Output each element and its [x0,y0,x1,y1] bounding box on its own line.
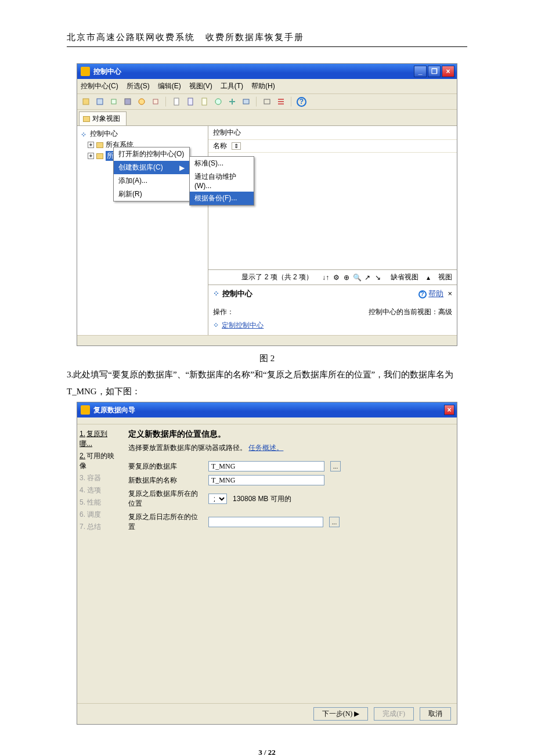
maximize-button[interactable]: ❐ [428,66,441,77]
sub-standard[interactable]: 标准(S)... [190,157,254,170]
tb-icon-11[interactable] [227,96,237,107]
doc-title-2: 收费所数据库恢复手册 [205,33,304,42]
view-label[interactable]: 视图 [438,272,452,282]
column-header-row[interactable]: 名称 ⇕ [208,140,457,153]
ctx-refresh[interactable]: 刷新(R) [114,188,189,201]
input-newname[interactable] [208,475,324,485]
menu-selected[interactable]: 所选(S) [127,81,150,91]
step-1[interactable]: 1.复原到哪... [80,428,119,450]
mini-btn-3[interactable]: ⊕ [342,273,351,282]
default-view-label[interactable]: 缺省视图 [391,272,418,282]
tb-icon-10[interactable] [213,96,223,107]
sub-auto-maintain[interactable]: 通过自动维护(W)... [190,170,254,192]
current-view-label: 控制中心的当前视图：高级 [369,307,452,330]
tab-object-view[interactable]: 对象视图 [79,111,127,125]
select-drive[interactable]: Z [208,494,227,504]
info-bar: 控制中心 ? 帮助 × [208,285,457,303]
status-row: 显示了 2 项（共 2 项） ↓↑ ⚙ ⊕ 🔍 ↗ ↘ 缺省视图 ▴ 视图 [208,269,457,285]
folder-icon [96,142,103,148]
minimize-button[interactable]: _ [414,66,427,77]
titlebar-1[interactable]: 控制中心 _ ❐ × [77,64,457,79]
sort-indicator-icon[interactable]: ⇕ [232,142,241,150]
expand-icon[interactable]: + [88,142,94,148]
mini-btn-2[interactable]: ⚙ [331,273,341,282]
customize-link[interactable]: 定制控制中心 [222,321,264,329]
step-4: 4. 选项 [80,484,119,496]
menu-view[interactable]: 视图(V) [189,81,212,91]
input-logloc[interactable] [208,517,323,527]
tb-icon-8[interactable] [185,96,196,107]
tb-icon-1[interactable] [81,96,91,107]
svg-point-9 [215,99,221,105]
tb-icon-12[interactable] [241,96,251,107]
svg-rect-5 [153,99,158,104]
help-icon[interactable]: ? [297,97,306,107]
menu-help[interactable]: 帮助(H) [251,81,275,91]
browse-log-button[interactable]: ... [329,517,340,527]
ctx-add[interactable]: 添加(A)... [114,174,189,188]
tb-icon-7[interactable] [171,96,182,107]
doc-title-1: 北京市高速公路联网收费系统 [67,33,195,42]
wizard-subtext: 选择要放置新数据库的驱动器或路径。 任务概述。 [128,443,450,453]
mini-btn-1[interactable]: ↓↑ [321,273,330,282]
tb-icon-9[interactable] [199,96,210,107]
folder-icon [96,153,103,159]
wizard-title: 复原数据向导 [93,405,444,415]
svg-rect-6 [174,98,179,105]
info-icon [213,289,220,296]
up-arrow-icon[interactable]: ▴ [427,273,430,282]
tb-icon-3[interactable] [109,96,119,107]
tb-icon-5[interactable] [136,96,147,107]
browse-db-button[interactable]: ... [330,461,341,471]
tb-icon-6[interactable] [150,96,161,107]
step-2[interactable]: 2.可用的映像 [80,450,119,472]
finish-button: 完成(F) [374,707,414,721]
tree-pane[interactable]: 控制中心 + 所有系统 + 所有 打开新的控制中心(O) 创建数据库(C)▶ 添… [77,126,208,335]
mini-btn-6[interactable]: ↘ [373,273,383,282]
info-title: 控制中心 [222,289,252,298]
content-header: 控制中心 [208,126,457,140]
col-name[interactable]: 名称 [213,141,227,151]
app-icon [81,67,90,76]
ctx-create-db[interactable]: 创建数据库(C)▶ [114,161,189,174]
figure-2-caption: 图 2 [67,353,467,364]
wizard-footer: 下一步(N) ▶ 完成(F) 取消 [77,703,457,724]
context-submenu[interactable]: 标准(S)... 通过自动维护(W)... 根据备份(F)... [189,156,254,206]
svg-rect-8 [202,98,207,105]
svg-rect-2 [111,99,116,104]
input-db[interactable] [208,461,324,471]
tb-icon-4[interactable] [122,96,133,107]
help-icon[interactable]: ? [418,290,427,298]
label-dbloc: 复原之后数据库所在的位置 [128,489,203,509]
sub-from-backup[interactable]: 根据备份(F)... [190,192,254,205]
detail-area: 操作： 定制控制中心 控制中心的当前视图：高级 [208,303,457,335]
mini-btn-5[interactable]: ↗ [363,273,372,282]
help-link[interactable]: 帮助 [428,289,443,298]
page-footer: 3 / 22 [67,748,467,756]
tb-icon-2[interactable] [95,96,105,107]
mini-btn-4[interactable]: 🔍 [352,273,362,282]
label-logloc: 复原之后日志所在的位置 [128,512,203,532]
close-button[interactable]: × [444,405,454,415]
step-3: 3. 容器 [80,472,119,484]
tb-icon-13[interactable] [262,96,272,107]
close-button[interactable]: × [442,66,454,77]
cancel-button[interactable]: 取消 [420,707,451,721]
expand-icon[interactable]: + [88,153,94,159]
menu-tools[interactable]: 工具(T) [221,81,243,91]
tree-root-label[interactable]: 控制中心 [90,129,118,139]
close-panel-icon[interactable]: × [448,289,452,298]
wizard-heading: 定义新数据库的位置信息。 [128,429,450,440]
titlebar-2[interactable]: 复原数据向导 × [77,402,457,417]
tb-icon-14[interactable] [276,96,286,107]
menu-bar[interactable]: 控制中心(C) 所选(S) 编辑(E) 视图(V) 工具(T) 帮助(H) [77,79,457,94]
task-overview-link[interactable]: 任务概述。 [248,444,283,452]
menu-control-center[interactable]: 控制中心(C) [81,81,118,91]
context-menu[interactable]: 打开新的控制中心(O) 创建数据库(C)▶ 添加(A)... 刷新(R) [113,147,190,201]
step-7: 7. 总结 [80,521,119,533]
ctx-open[interactable]: 打开新的控制中心(O) [114,147,189,161]
status-bar [77,335,457,345]
menu-edit[interactable]: 编辑(E) [158,81,181,91]
wizard-steps-nav: 1.复原到哪... 2.可用的映像 3. 容器 4. 选项 5. 性能 6. 调… [77,424,121,703]
next-button[interactable]: 下一步(N) ▶ [313,707,369,721]
